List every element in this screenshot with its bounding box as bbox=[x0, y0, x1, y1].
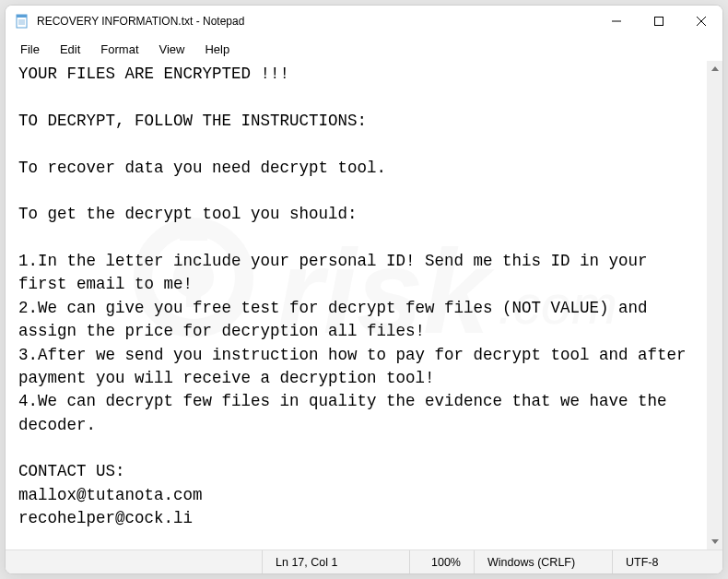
status-encoding: UTF-8 bbox=[612, 550, 722, 573]
titlebar[interactable]: RECOVERY INFORMATION.txt - Notepad bbox=[6, 6, 722, 37]
status-position: Ln 17, Col 1 bbox=[262, 550, 409, 573]
menu-help[interactable]: Help bbox=[195, 41, 239, 58]
menubar: File Edit Format View Help bbox=[6, 37, 722, 61]
status-zoom: 100% bbox=[409, 550, 474, 573]
menu-file[interactable]: File bbox=[11, 41, 49, 58]
document-text: YOUR FILES ARE ENCRYPTED !!! TO DECRYPT,… bbox=[18, 65, 696, 549]
vertical-scrollbar[interactable] bbox=[707, 61, 722, 549]
scroll-up-icon[interactable] bbox=[707, 61, 722, 77]
window-controls bbox=[595, 6, 722, 37]
maximize-button[interactable] bbox=[638, 6, 680, 37]
window-title: RECOVERY INFORMATION.txt - Notepad bbox=[37, 15, 244, 28]
close-button[interactable] bbox=[680, 6, 722, 37]
menu-format[interactable]: Format bbox=[91, 41, 147, 58]
status-line-ending: Windows (CRLF) bbox=[474, 550, 612, 573]
svg-rect-6 bbox=[655, 18, 663, 26]
statusbar: Ln 17, Col 1 100% Windows (CRLF) UTF-8 bbox=[6, 549, 722, 573]
menu-edit[interactable]: Edit bbox=[51, 41, 89, 58]
notepad-icon bbox=[15, 14, 29, 29]
scroll-down-icon[interactable] bbox=[707, 534, 722, 549]
editor-wrap: YOUR FILES ARE ENCRYPTED !!! TO DECRYPT,… bbox=[6, 61, 722, 549]
text-editor[interactable]: YOUR FILES ARE ENCRYPTED !!! TO DECRYPT,… bbox=[6, 61, 707, 549]
notepad-window: RECOVERY INFORMATION.txt - Notepad File … bbox=[5, 5, 723, 574]
svg-rect-1 bbox=[17, 15, 27, 18]
minimize-button[interactable] bbox=[595, 6, 638, 37]
menu-view[interactable]: View bbox=[150, 41, 194, 58]
